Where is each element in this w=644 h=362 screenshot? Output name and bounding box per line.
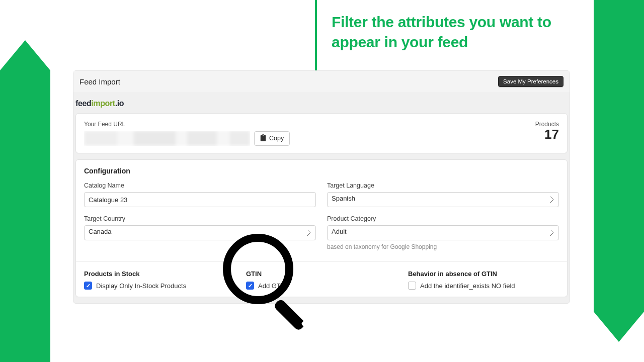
page-title: Feed Import [79, 77, 120, 86]
identifier-exists-label: Add the identifier_exists NO field [420, 282, 515, 290]
configuration-title: Configuration [84, 167, 559, 175]
configuration-card: Configuration Catalog Name Target Langua… [75, 159, 568, 297]
target-language-label: Target Language [327, 182, 559, 189]
display-in-stock-checkbox[interactable] [84, 282, 92, 290]
brand-part-3: .io [115, 99, 124, 108]
identifier-exists-checkbox-row[interactable]: Add the identifier_exists NO field [408, 282, 559, 290]
catalog-name-input[interactable] [84, 192, 316, 207]
svg-rect-2 [301, 319, 313, 331]
products-count: 17 [535, 128, 559, 141]
brand-part-2: import [91, 99, 115, 108]
decoration-left [0, 40, 50, 362]
app-window: Feed Import Save My Preferences feedimpo… [73, 70, 570, 304]
brand-part-1: feed [75, 99, 91, 108]
behavior-heading: Behavior in absence of GTIN [408, 270, 559, 278]
clipboard-icon [260, 134, 266, 143]
app-header: Feed Import Save My Preferences [73, 71, 570, 92]
behavior-column: Behavior in absence of GTIN Add the iden… [408, 270, 559, 290]
headline-divider [315, 0, 317, 73]
display-in-stock-label: Display Only In-Stock Products [96, 282, 186, 290]
product-category-label: Product Category [327, 215, 559, 222]
add-gtin-checkbox[interactable] [246, 282, 254, 290]
feed-url-input[interactable] [84, 131, 250, 146]
target-country-select[interactable]: Canada [84, 225, 316, 240]
add-gtin-label: Add GTIN [258, 282, 287, 290]
target-language-select[interactable]: Spanish [327, 192, 559, 207]
brand-logo: feedimport.io [73, 92, 570, 111]
product-category-helper: based on taxonomy for Google Shopping [327, 243, 559, 250]
identifier-exists-checkbox[interactable] [408, 282, 416, 290]
copy-button-label: Copy [269, 135, 284, 142]
catalog-name-label: Catalog Name [84, 182, 316, 189]
section-divider [76, 261, 567, 262]
products-in-stock-heading: Products in Stock [84, 270, 235, 278]
save-preferences-button[interactable]: Save My Preferences [498, 76, 564, 87]
gtin-column: GTIN Add GTIN [246, 270, 397, 290]
copy-button[interactable]: Copy [254, 131, 290, 146]
feed-url-card: Your Feed URL Copy Products 17 [75, 113, 568, 153]
target-country-label: Target Country [84, 215, 316, 222]
gtin-heading: GTIN [246, 270, 397, 278]
decoration-right [594, 0, 644, 342]
stock-column: Products in Stock Display Only In-Stock … [84, 270, 235, 290]
add-gtin-checkbox-row[interactable]: Add GTIN [246, 282, 397, 290]
display-in-stock-checkbox-row[interactable]: Display Only In-Stock Products [84, 282, 235, 290]
headline-text: Filter the attributes you want to appear… [332, 12, 568, 52]
feed-url-label: Your Feed URL [84, 121, 527, 128]
product-category-select[interactable]: Adult [327, 225, 559, 240]
